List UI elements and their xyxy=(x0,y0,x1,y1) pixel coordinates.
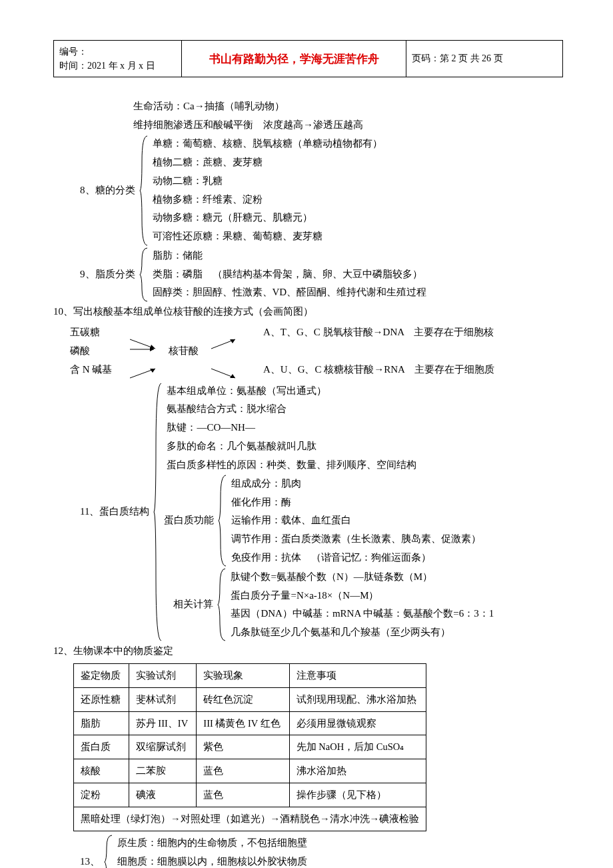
item-11-top: 多肽的命名：几个氨基酸就叫几肽 xyxy=(164,437,494,456)
brace-icon xyxy=(216,567,228,642)
diag-left-2: 磷酸 xyxy=(70,342,130,361)
table-header: 注意事项 xyxy=(289,664,426,688)
item-11-func: 催化作用：酶 xyxy=(229,493,481,512)
table-header: 实验试剂 xyxy=(129,664,197,688)
item-9-line: 脂肪：储能 xyxy=(150,247,427,265)
item-13-line: 原生质：细胞内的生命物质，不包括细胞壁 xyxy=(115,834,307,853)
header-title: 书山有路勤为径，学海无涯苦作舟 xyxy=(182,41,406,77)
intro-line-1: 生命活动：Ca→抽搐（哺乳动物） xyxy=(53,97,563,116)
item-11-top: 肽键：—CO—NH— xyxy=(164,419,494,437)
brace-icon xyxy=(152,382,164,643)
item-11: 11、蛋白质结构 基本组成单位：氨基酸（写出通式） 氨基酸结合方式：脱水缩合 肽… xyxy=(53,382,563,643)
header-page: 页码：第 2 页 共 26 页 xyxy=(406,41,563,77)
item-8-line: 植物多糖：纤维素、淀粉 xyxy=(150,191,382,209)
diag-mid: 核苷酸 xyxy=(157,342,210,361)
brace-icon xyxy=(217,474,229,567)
table-row: 脂肪苏丹 III、IVIII 橘黄色 IV 红色必须用显微镜观察 xyxy=(74,711,426,735)
item-11-calc: 几条肽链至少几个氨基和几个羧基（至少两头有） xyxy=(228,623,494,642)
header-date: 时间：2021 年 x 月 x 日 xyxy=(59,59,176,73)
item-8-line: 动物多糖：糖元（肝糖元、肌糖元） xyxy=(150,209,382,227)
item-11-func: 调节作用：蛋白质类激素（生长激素、胰岛素、促激素） xyxy=(229,530,481,549)
diag-right-2: A、U、G、C 核糖核苷酸→RNA 主要存在于细胞质 xyxy=(237,361,494,379)
item-12-title: 12、生物课本中的物质鉴定 xyxy=(53,642,563,661)
brace-icon xyxy=(138,247,150,303)
item-10-title: 10、写出核酸基本组成单位核苷酸的连接方式（会画简图） xyxy=(53,303,563,321)
diag-left-3: 含 N 碱基 xyxy=(70,361,130,379)
item-11-func: 免疫作用：抗体 （谐音记忆：狗催运面条） xyxy=(229,549,481,567)
table-header: 实验现象 xyxy=(197,664,289,688)
item-11-top: 氨基酸结合方式：脱水缩合 xyxy=(164,400,494,419)
item-9: 9、脂质分类 脂肪：储能 类脂：磷脂 （膜结构基本骨架，脑、卵、大豆中磷脂较多）… xyxy=(53,247,563,303)
item-11-top: 蛋白质多样性的原因：种类、数量、排列顺序、空间结构 xyxy=(164,456,494,475)
item-8: 8、糖的分类 单糖：葡萄糖、核糖、脱氧核糖（单糖动植物都有） 植物二糖：蔗糖、麦… xyxy=(53,135,563,247)
item-11-func: 运输作用：载体、血红蛋白 xyxy=(229,511,481,530)
item-13: 13、 原生质：细胞内的生命物质，不包括细胞壁 细胞质：细胞膜以内，细胞核以外胶… xyxy=(53,834,563,868)
item-10-diagram: 五碳糖 A、T、G、C 脱氧核苷酸→DNA 主要存在于细胞核 磷酸 核苷酸 xyxy=(53,323,563,379)
page-header: 编号： 时间：2021 年 x 月 x 日 书山有路勤为径，学海无涯苦作舟 页码… xyxy=(53,40,563,77)
intro-line-2: 维持细胞渗透压和酸碱平衡 浓度越高→渗透压越高 xyxy=(53,116,563,135)
table-row: 黑暗处理（绿灯泡）→对照处理（如遮光）→酒精脱色→清水冲洗→碘液检验 xyxy=(74,807,426,831)
item-9-line: 固醇类：胆固醇、性激素、VD、醛固酮、维持代谢和生殖过程 xyxy=(150,283,427,302)
item-8-line: 单糖：葡萄糖、核糖、脱氧核糖（单糖动植物都有） xyxy=(150,135,382,153)
item-9-label: 9、脂质分类 xyxy=(80,247,138,303)
table-header: 鉴定物质 xyxy=(74,664,129,688)
item-11-label: 11、蛋白质结构 xyxy=(80,382,152,643)
item-11-calc: 肽键个数=氨基酸个数（N）—肽链条数（M） xyxy=(228,568,494,587)
item-9-line: 类脂：磷脂 （膜结构基本骨架，脑、卵、大豆中磷脂较多） xyxy=(150,265,427,284)
item-12-table: 鉴定物质 实验试剂 实验现象 注意事项 还原性糖斐林试剂砖红色沉淀试剂现用现配、… xyxy=(73,663,426,831)
table-row: 淀粉碘液蓝色操作步骤（见下格） xyxy=(74,783,426,807)
item-8-line: 可溶性还原糖：果糖、葡萄糖、麦芽糖 xyxy=(150,227,382,246)
item-11-calc: 基因（DNA）中碱基：mRNA 中碱基：氨基酸个数=6：3：1 xyxy=(228,605,494,623)
item-13-line: 细胞质：细胞膜以内，细胞核以外胶状物质 xyxy=(115,853,307,868)
header-left: 编号： 时间：2021 年 x 月 x 日 xyxy=(54,41,182,77)
header-id: 编号： xyxy=(59,45,176,59)
diag-left-1: 五碳糖 xyxy=(70,323,130,342)
item-11-func: 组成成分：肌肉 xyxy=(229,475,481,493)
brace-icon xyxy=(138,135,150,247)
item-8-line: 植物二糖：蔗糖、麦芽糖 xyxy=(150,153,382,172)
table-row: 还原性糖斐林试剂砖红色沉淀试剂现用现配、沸水浴加热 xyxy=(74,687,426,711)
table-row: 鉴定物质 实验试剂 实验现象 注意事项 xyxy=(74,664,426,688)
item-11-func-label: 蛋白质功能 xyxy=(164,474,217,567)
item-11-calc: 蛋白质分子量=N×a-18×（N—M） xyxy=(228,587,494,605)
svg-marker-1 xyxy=(150,345,155,349)
item-8-line: 动物二糖：乳糖 xyxy=(150,172,382,191)
diag-right-1: A、T、G、C 脱氧核苷酸→DNA 主要存在于细胞核 xyxy=(237,323,494,342)
item-13-label: 13、 xyxy=(80,834,103,868)
table-row: 核酸二苯胺蓝色沸水浴加热 xyxy=(74,759,426,783)
item-11-calc-label: 相关计算 xyxy=(164,567,216,642)
item-11-top: 基本组成单位：氨基酸（写出通式） xyxy=(164,382,494,401)
table-row: 蛋白质双缩脲试剂紫色先加 NaOH，后加 CuSO₄ xyxy=(74,735,426,759)
brace-icon xyxy=(103,834,115,868)
item-8-label: 8、糖的分类 xyxy=(80,135,138,247)
